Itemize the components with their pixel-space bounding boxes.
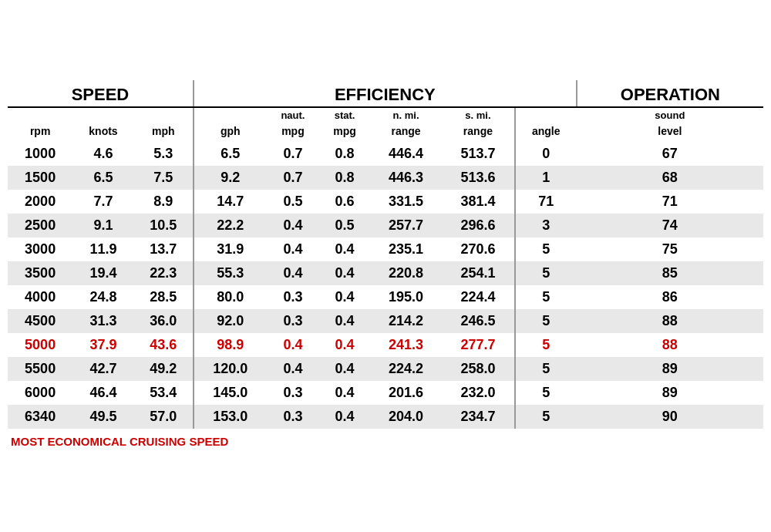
table-cell: 1 [515,166,577,190]
table-cell: 5 [515,405,577,429]
table-cell: 0.6 [319,190,370,214]
table-cell: 5 [515,381,577,405]
table-cell: 232.0 [442,381,515,405]
table-cell: 98.9 [194,333,267,357]
table-cell: 6340 [8,405,72,429]
table-cell: 3500 [8,261,72,285]
table-cell: 11.9 [72,237,134,261]
table-cell: 88 [577,333,763,357]
table-cell: 55.3 [194,261,267,285]
table-row: 450031.336.092.00.30.4214.2246.5588 [8,309,763,333]
col-header-row: rpm knots mph gph mpg mpg range range an… [8,123,763,142]
table-cell: 10.5 [134,214,194,237]
table-cell: 46.4 [72,381,134,405]
table-cell: 31.9 [194,237,267,261]
table-cell: 6.5 [72,166,134,190]
gph-col: gph [194,123,267,142]
table-cell: 0.5 [319,214,370,237]
table-cell: 145.0 [194,381,267,405]
table-cell: 224.2 [370,357,442,381]
mph-sub [134,107,194,123]
table-cell: 89 [577,357,763,381]
table-row: 25009.110.522.20.40.5257.7296.6374 [8,214,763,237]
table-cell: 85 [577,261,763,285]
angle-col: angle [515,123,577,142]
table-cell: 246.5 [442,309,515,333]
performance-table: SPEED EFFICIENCY OPERATION naut. stat. n… [8,80,763,452]
table-cell: 75 [577,237,763,261]
table-cell: 0.4 [267,333,319,357]
table-cell: 7.7 [72,190,134,214]
table-cell: 0.4 [267,214,319,237]
table-cell: 224.4 [442,285,515,309]
table-cell: 195.0 [370,285,442,309]
s-mi-range-col: range [442,123,515,142]
table-cell: 277.7 [442,333,515,357]
table-cell: 71 [515,190,577,214]
table-cell: 9.1 [72,214,134,237]
table-cell: 254.1 [442,261,515,285]
operation-section-header: OPERATION [577,80,763,107]
rpm-col: rpm [8,123,72,142]
table-cell: 5 [515,357,577,381]
mph-col: mph [134,123,194,142]
table-cell: 88 [577,309,763,333]
table-cell: 19.4 [72,261,134,285]
table-cell: 0.8 [319,142,370,166]
table-cell: 7.5 [134,166,194,190]
table-cell: 0.3 [267,309,319,333]
table-cell: 0.4 [319,405,370,429]
table-cell: 89 [577,381,763,405]
table-cell: 3000 [8,237,72,261]
speed-section-header: SPEED [8,80,194,107]
knots-sub [72,107,134,123]
table-row: 400024.828.580.00.30.4195.0224.4586 [8,285,763,309]
table-cell: 24.8 [72,285,134,309]
table-cell: 0.4 [319,381,370,405]
sub-header-row: naut. stat. n. mi. s. mi. sound [8,107,763,123]
table-cell: 1500 [8,166,72,190]
table-cell: 0.8 [319,166,370,190]
table-row: 500037.943.698.90.40.4241.3277.7588 [8,333,763,357]
naut-mpg-sub: naut. [267,107,319,123]
footer-row: MOST ECONOMICAL CRUISING SPEED [8,429,763,452]
table-cell: 2500 [8,214,72,237]
table-cell: 90 [577,405,763,429]
table-cell: 31.3 [72,309,134,333]
table-cell: 92.0 [194,309,267,333]
table-cell: 513.7 [442,142,515,166]
table-cell: 14.7 [194,190,267,214]
main-container: SPEED EFFICIENCY OPERATION naut. stat. n… [8,80,763,452]
table-cell: 42.7 [72,357,134,381]
table-cell: 68 [577,166,763,190]
table-cell: 86 [577,285,763,309]
sound-level-col: level [577,123,763,142]
table-row: 550042.749.2120.00.40.4224.2258.0589 [8,357,763,381]
footer-text: MOST ECONOMICAL CRUISING SPEED [8,429,763,452]
table-cell: 0.4 [267,357,319,381]
table-cell: 49.5 [72,405,134,429]
table-cell: 331.5 [370,190,442,214]
table-cell: 5 [515,309,577,333]
table-body: 10004.65.36.50.70.8446.4513.706715006.57… [8,142,763,452]
table-cell: 5 [515,285,577,309]
table-cell: 0.3 [267,381,319,405]
table-cell: 4000 [8,285,72,309]
table-cell: 0.5 [267,190,319,214]
table-cell: 5 [515,261,577,285]
table-cell: 446.4 [370,142,442,166]
table-cell: 28.5 [134,285,194,309]
table-row: 10004.65.36.50.70.8446.4513.7067 [8,142,763,166]
section-header-row: SPEED EFFICIENCY OPERATION [8,80,763,107]
table-cell: 5 [515,333,577,357]
table-cell: 57.0 [134,405,194,429]
table-cell: 0.4 [319,285,370,309]
table-cell: 204.0 [370,405,442,429]
table-cell: 235.1 [370,237,442,261]
table-cell: 0.3 [267,285,319,309]
table-cell: 5000 [8,333,72,357]
table-cell: 220.8 [370,261,442,285]
table-cell: 5500 [8,357,72,381]
table-cell: 381.4 [442,190,515,214]
table-cell: 6000 [8,381,72,405]
